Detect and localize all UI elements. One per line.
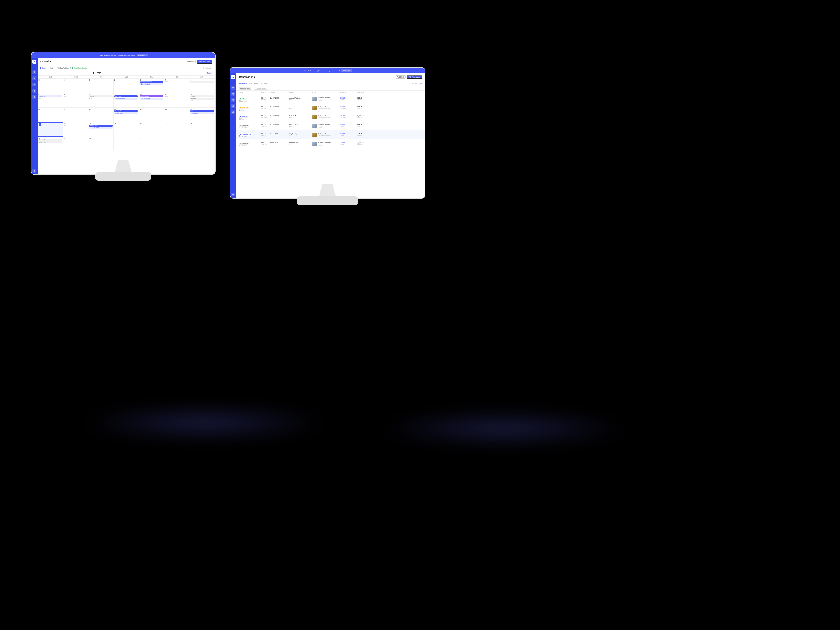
tab-completed[interactable]: Completed xyxy=(249,82,257,85)
search-icon: ⌕ xyxy=(205,67,206,69)
sidebar-r-dot-5 xyxy=(232,111,234,113)
cell-jan2[interactable]: 2 xyxy=(114,79,139,93)
table-row[interactable]: In-Stay 3 days remain Nov 17 - → Nov 27,… xyxy=(236,94,425,103)
sidebar-r-icon-5[interactable] xyxy=(231,110,235,114)
next-month-arrow[interactable]: › xyxy=(153,72,154,74)
table-row[interactable]: Check-out 11:00 am Nov 21 - → Nov 24, 20… xyxy=(236,103,425,112)
sidebar-icon-3[interactable] xyxy=(33,82,36,87)
cell-num-dec31: 31 xyxy=(64,79,66,81)
cell-jan29[interactable]: 29 Turnover Block Booking Re... xyxy=(38,137,63,151)
learn-more-left[interactable]: Learn More → xyxy=(137,54,148,56)
prop-sub-6: Amazing apartment w... xyxy=(318,143,332,144)
cell-jan13[interactable]: 13 $140+ xyxy=(164,93,190,107)
total-cell-4: $880.47 ♦ $500.17 xyxy=(357,124,373,127)
status-sub-6: Oct 12, 2023 xyxy=(239,145,261,147)
event-joe-meta: ♦ 2 ♥ 1 via Airbnb xyxy=(114,98,138,99)
learn-more-right[interactable]: Learn More → xyxy=(341,69,352,72)
prop-cell-5: The Seatac House Pretty house down unde.… xyxy=(312,133,340,137)
sidebar-r-icon-2[interactable] xyxy=(231,92,235,96)
cell-jan18[interactable]: 18 Brooklyn Simmons ♦ 1 via Airbnb xyxy=(114,108,139,122)
event-family: Family Use xyxy=(38,95,62,97)
prop-sub-4: Amazing apartment w... xyxy=(318,125,332,126)
cell-jan30[interactable]: 30 $100 xyxy=(63,137,88,151)
cell-jan19[interactable]: 19 xyxy=(139,108,164,122)
cell-feb1[interactable]: 1 $140+ xyxy=(114,137,139,151)
cell-jan1[interactable]: 1 xyxy=(88,79,114,93)
filter-property[interactable]: The SeaTac Hite... xyxy=(56,66,70,69)
tab-upcoming[interactable]: Upcoming xyxy=(239,82,247,85)
sidebar-icon-2[interactable] xyxy=(33,76,36,81)
status-badge-6: Confirmed xyxy=(239,143,249,145)
add-block-button-left[interactable]: Add Block xyxy=(186,60,196,63)
prop-name-4: Downtown Seattle L... xyxy=(318,123,332,125)
table-row[interactable]: Confirmed Nov 20, 2023 Nov 26 - → Nov 30… xyxy=(236,121,425,130)
cell-jan28[interactable]: 28 xyxy=(189,122,215,137)
calendar-month: Jan 2023 xyxy=(93,72,101,74)
cell-jan26[interactable]: 26 xyxy=(139,122,164,137)
dates-cell-1: Nov 17 - → Nov 27, 2023 Fri · Mon xyxy=(261,97,289,100)
guest-search[interactable]: ⌕ Search guest... xyxy=(254,87,268,90)
total-cell-6: $1,645.48 ♦ $1,013.70 xyxy=(357,142,373,145)
cell-jan4[interactable]: 4 $100 xyxy=(164,79,190,93)
cell-jan25[interactable]: 25 xyxy=(114,122,139,137)
reservations-title: Reservations xyxy=(239,76,255,78)
add-reservation-button-right[interactable]: Add Reservation xyxy=(407,75,422,79)
status-sub-1: 3 days remain xyxy=(239,101,261,102)
cell-jan8[interactable]: 8 Family Use $100 xyxy=(38,93,63,107)
event-esther-meta: ♦ 2 ♥ 1 via Direct xyxy=(140,98,163,99)
cell-jan12[interactable]: 12 Esther Howard ♦ 2 ♥ 1 via Direct xyxy=(139,93,164,107)
table-row[interactable]: Confirmed 2023 Aug 15, 2023 Nov 26 - → D… xyxy=(236,130,425,139)
table-row[interactable]: Confirmed Oct 12, 2023 Dec 7 - → Dec 10,… xyxy=(236,139,425,148)
cell-dec30[interactable]: 30 xyxy=(38,79,63,93)
today-button[interactable]: Today xyxy=(206,72,212,74)
cell-jan3[interactable]: 3 Cameron Williamson ♦ 2 ♥ 1 via Airbnb xyxy=(139,79,164,93)
sidebar-icon-4[interactable] xyxy=(33,89,36,93)
sidebar-icon-1[interactable] xyxy=(33,70,36,74)
calendar-title: Calendar xyxy=(40,60,51,63)
sidebar-icon-bottom[interactable] xyxy=(33,169,36,173)
cell-jan9[interactable]: 9 $100 xyxy=(63,93,88,107)
sidebar-r-icon-bottom[interactable] xyxy=(231,193,235,196)
cell-jan27[interactable]: 27 xyxy=(164,122,190,137)
cell-jan20[interactable]: 20 xyxy=(164,108,190,122)
filter-multi[interactable]: Multi xyxy=(49,66,55,69)
prop-sub-2: Pretty house down unda... xyxy=(318,108,331,109)
search-placeholder: Search xyxy=(206,67,211,69)
cell-empty-7 xyxy=(189,137,215,151)
cell-jan16[interactable]: 16 $100 xyxy=(63,108,88,122)
cell-jan17[interactable]: 17 $100 xyxy=(88,108,114,122)
cell-jan11[interactable]: 11 Joe Smith ♦ 2 ♥ 1 via Airbnb xyxy=(114,93,139,107)
cell-jan22[interactable]: 22 $100 xyxy=(38,122,63,137)
cell-jan5[interactable]: 5 ... xyxy=(189,79,215,93)
cell-feb2[interactable]: 2 $140+ xyxy=(139,137,164,151)
filter-single[interactable]: Single xyxy=(40,66,47,69)
all-properties-filter[interactable]: All Properties ▾ xyxy=(239,87,251,90)
cell-num-jan30: 30 xyxy=(64,137,66,139)
sidebar-r-icon-4[interactable] xyxy=(231,104,235,108)
cell-jan23[interactable]: 23 $100 xyxy=(63,122,88,137)
tab-cancelled[interactable]: Cancelled xyxy=(260,82,267,85)
cell-jan10[interactable]: 10 Manual Block $100 xyxy=(88,93,114,107)
cell-dec31[interactable]: 31 xyxy=(63,79,88,93)
calendar-search[interactable]: ⌕ Search xyxy=(204,66,212,69)
cell-num-jan26: 26 xyxy=(140,123,142,125)
sidebar-r-icon-1[interactable] xyxy=(231,86,235,90)
cell-jan15[interactable]: 15 $100 xyxy=(38,108,63,122)
cell-jan31[interactable]: 31 xyxy=(88,137,114,151)
status-badge-2: Check-out xyxy=(239,107,249,109)
cell-jan14[interactable]: 14 Turnov... Booking... $140+ xyxy=(189,93,215,107)
sidebar-icon-5[interactable] xyxy=(33,95,36,99)
sidebar-r-icon-3[interactable] xyxy=(231,98,235,102)
col-guest: Guest xyxy=(289,92,312,93)
cell-jan21[interactable]: 21 Allison... ♦ 4 via VRBO xyxy=(189,108,215,122)
status-cell-5: Confirmed 2023 Aug 15, 2023 xyxy=(239,131,261,138)
add-reservation-button-left[interactable]: Add Reservation xyxy=(197,60,212,63)
table-row[interactable]: Check-in 3:00 pm Nov 21 - → Nov 26, 2023… xyxy=(236,112,425,121)
col-status: Status xyxy=(239,92,261,93)
ref-cell-5: TRP-773 8 Direct xyxy=(340,133,357,136)
status-sub-4: Nov 20, 2023 xyxy=(239,127,261,129)
add-block-button-right[interactable]: Add Block xyxy=(396,75,406,79)
prev-month-arrow[interactable]: ‹ xyxy=(40,72,41,74)
day-header-mon: MON xyxy=(63,76,88,78)
cell-jan24[interactable]: 24 Theresa Webb ♦ 4 ♥ 1 via Direct xyxy=(88,122,114,137)
